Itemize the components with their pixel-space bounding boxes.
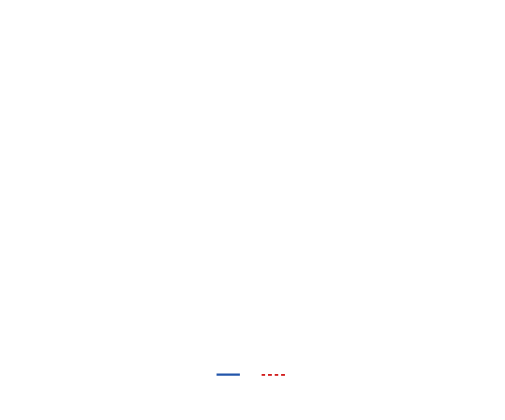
legend-dashed-line: [262, 374, 285, 376]
legend-solid-line: [217, 373, 240, 376]
legend: [7, 373, 498, 376]
legend-solid: [217, 373, 244, 376]
legend-dashed: [262, 374, 289, 376]
chart-title: [7, 7, 498, 10]
main-chart-svg: [7, 15, 498, 371]
chart-area: [7, 15, 498, 371]
chart-container: [0, 0, 505, 420]
